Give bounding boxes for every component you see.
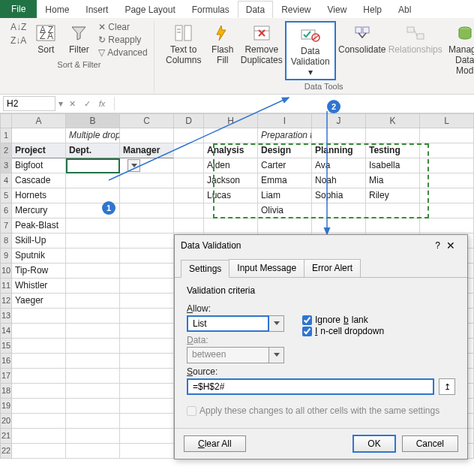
cell[interactable] [120,173,174,188]
sort-desc-button[interactable]: Z↓A [9,35,28,47]
cell[interactable] [12,309,66,324]
row-header[interactable]: 7 [0,218,12,233]
col-header[interactable]: I [258,113,312,128]
cell[interactable] [174,188,204,203]
cell[interactable]: Riley [366,188,420,203]
row-header[interactable]: 16 [0,354,12,369]
cell[interactable] [66,354,120,369]
tab-error-alert[interactable]: Error Alert [304,259,361,277]
row-header[interactable]: 19 [0,399,12,414]
cell[interactable]: Yaeger [12,294,66,309]
cell[interactable] [120,414,174,429]
cell[interactable] [120,264,174,279]
cell[interactable] [66,173,120,188]
col-header[interactable]: L [420,113,474,128]
cell[interactable] [12,128,66,143]
cell[interactable]: Lucas [204,188,258,203]
cell[interactable] [66,264,120,279]
tab-review[interactable]: Review [273,1,319,18]
row-header[interactable]: 9 [0,249,12,264]
cell[interactable] [312,203,366,218]
cell[interactable] [66,414,120,429]
cell[interactable] [120,233,174,249]
cell[interactable]: Noah [312,173,366,188]
row-header[interactable]: 4 [0,173,12,188]
cell[interactable]: Emma [258,173,312,188]
cell[interactable]: Analysis [204,143,258,158]
tab-formulas[interactable]: Formulas [184,1,238,18]
cell[interactable] [174,173,204,188]
cell[interactable] [66,279,120,294]
col-header[interactable]: C [120,113,174,128]
cell[interactable]: Design [258,143,312,158]
chevron-down-icon[interactable] [269,315,284,332]
cell[interactable]: Sputnik [12,249,66,264]
tab-help[interactable]: Help [355,1,390,18]
tab-file[interactable]: File [0,0,37,18]
cell[interactable] [174,158,204,173]
range-picker-button[interactable]: ↥ [439,378,455,395]
reapply-button[interactable]: ↻Reapply [97,34,148,46]
relationships-button[interactable]: Relationships [388,21,442,57]
cell[interactable] [12,339,66,354]
tab-input-message[interactable]: Input Message [229,259,304,277]
close-button[interactable]: ✕ [440,240,461,252]
row-header[interactable]: 11 [0,279,12,294]
cell[interactable]: Aiden [204,158,258,173]
cell[interactable] [120,354,174,369]
cell[interactable]: Ava [312,158,366,173]
col-header[interactable]: H [204,113,258,128]
cell[interactable] [204,128,258,143]
cell[interactable] [120,369,174,384]
clear-button[interactable]: ✕Clear [97,21,148,33]
cancel-button[interactable]: Cancel [402,435,458,452]
cell[interactable] [420,173,474,188]
row-header[interactable]: 22 [0,444,12,459]
cell[interactable] [66,294,120,309]
source-input[interactable] [187,378,434,395]
cell[interactable] [420,143,474,158]
row-header[interactable]: 2 [0,143,12,158]
cell[interactable]: Mercury [12,203,66,218]
row-header[interactable]: 5 [0,188,12,203]
row-header[interactable]: 13 [0,309,12,324]
tab-extra[interactable]: Abl [390,1,419,18]
tab-view[interactable]: View [320,1,356,18]
cell[interactable]: Carter [258,158,312,173]
fx-icon[interactable]: fx [96,98,108,110]
cell[interactable] [366,218,420,233]
cell[interactable] [120,128,174,143]
cell[interactable] [66,444,120,459]
cell[interactable]: Project [12,143,66,158]
cell[interactable]: Preparation table [258,128,312,143]
cell[interactable] [120,324,174,339]
cell[interactable] [174,128,204,143]
row-header[interactable]: 21 [0,429,12,444]
col-header[interactable]: A [12,113,66,128]
cancel-formula-button[interactable]: ✕ [66,98,78,110]
cell[interactable]: Cascade [12,173,66,188]
cell[interactable] [66,218,120,233]
cell-dropdown-button[interactable] [128,159,140,172]
tab-insert[interactable]: Insert [77,1,116,18]
row-header[interactable]: 3 [0,158,12,173]
cell[interactable] [204,203,258,218]
cell[interactable] [312,128,366,143]
cell[interactable]: Sophia [312,188,366,203]
cell[interactable]: Testing [366,143,420,158]
sort-button[interactable]: A ZZ A Sort [31,21,61,57]
tab-home[interactable]: Home [37,1,77,18]
cell[interactable]: Planning [312,143,366,158]
col-header[interactable]: B [66,113,120,128]
cell[interactable] [66,384,120,399]
row-header[interactable]: 20 [0,414,12,429]
tab-data[interactable]: Data [238,1,273,18]
row-header[interactable]: 12 [0,294,12,309]
cell[interactable] [12,369,66,384]
cell[interactable] [12,414,66,429]
cell[interactable] [120,294,174,309]
row-header[interactable]: 17 [0,369,12,384]
flash-fill-button[interactable]: Flash Fill [207,21,238,68]
cell[interactable]: Multiple drop-downs [66,128,120,143]
cell[interactable] [366,203,420,218]
